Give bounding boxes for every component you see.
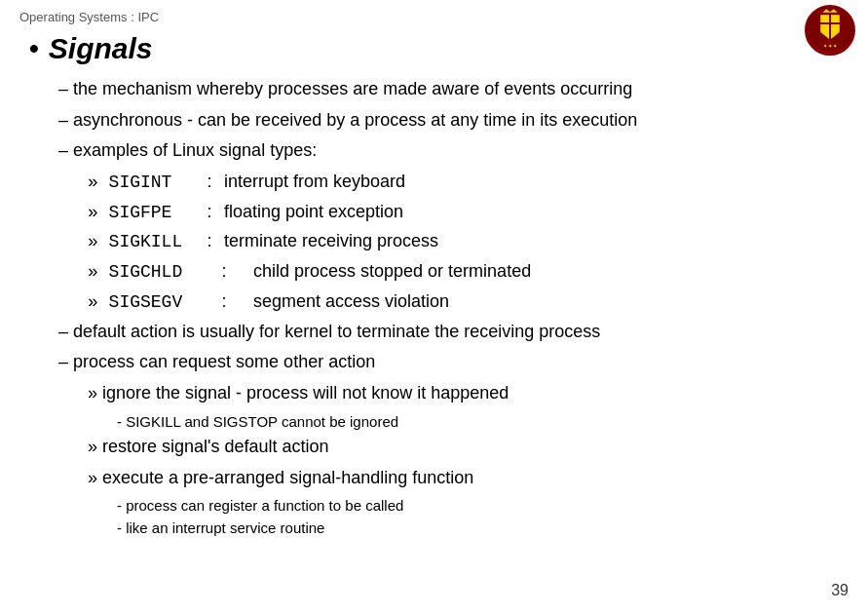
logo-crest: ✦ ✦ ✦ (807, 5, 853, 56)
sig-sigsegv-desc: segment access violation (253, 288, 449, 317)
slide-container: Operating Systems : IPC ✦ ✦ ✦ (0, 0, 868, 614)
line-mechanism: – the mechanism whereby processes are ma… (29, 75, 849, 104)
sig-sigfpe-colon: : (195, 198, 224, 227)
signal-list: » SIGINT : interrupt from keyboard » SIG… (29, 168, 849, 317)
sub-item-register: - process can register a function to be … (29, 494, 849, 517)
page-number: 39 (831, 582, 849, 599)
sub-item-ignore: » ignore the signal - process will not k… (29, 379, 849, 408)
university-logo: ✦ ✦ ✦ (805, 5, 858, 58)
svg-text:✦ ✦ ✦: ✦ ✦ ✦ (823, 44, 839, 49)
sig-sigkill-desc: terminate receiving process (224, 227, 438, 256)
slide-title: • Signals (29, 32, 849, 65)
sig-sigsegv-colon: : (195, 288, 253, 317)
signal-sigfpe: » SIGFPE : floating point exception (88, 198, 849, 228)
signal-sigint: » SIGINT : interrupt from keyboard (88, 168, 849, 198)
sig-sigint-colon: : (195, 168, 224, 197)
line-default-action: – default action is usually for kernel t… (29, 318, 849, 347)
slide-content: • Signals – the mechanism whereby proces… (19, 32, 849, 540)
line-process-request: – process can request some other action (29, 348, 849, 377)
line-async: – asynchronous - can be received by a pr… (29, 106, 849, 135)
header-title: Operating Systems : IPC (19, 10, 159, 24)
sig-sigchld-colon: : (195, 257, 253, 287)
sub-item-execute: » execute a pre-arranged signal-handling… (29, 464, 849, 493)
sig-sigkill-name: » SIGKILL (88, 228, 195, 257)
logo-circle: ✦ ✦ ✦ (805, 5, 855, 56)
sig-sigkill-colon: : (195, 227, 224, 256)
signal-sigsegv: » SIGSEGV : segment access violation (88, 288, 849, 318)
line-examples: – examples of Linux signal types: (29, 136, 849, 166)
sig-sigfpe-desc: floating point exception (224, 198, 403, 227)
bullet-point: • (29, 33, 39, 64)
sig-sigfpe-name: » SIGFPE (88, 199, 195, 228)
sig-sigchld-name: » SIGCHLD (88, 258, 195, 288)
sig-sigint-name: » SIGINT (88, 169, 195, 198)
title-text: Signals (49, 32, 153, 65)
signal-sigchld: » SIGCHLD : child process stopped or ter… (88, 257, 849, 288)
sub-item-sigkill-note: - SIGKILL and SIGSTOP cannot be ignored (29, 410, 849, 433)
sig-sigchld-desc: child process stopped or terminated (253, 257, 531, 287)
sig-sigsegv-name: » SIGSEGV (88, 288, 195, 318)
sub-item-interrupt: - like an interrupt service routine (29, 517, 849, 539)
signal-sigkill: » SIGKILL : terminate receiving process (88, 227, 849, 257)
slide-header: Operating Systems : IPC (19, 10, 849, 24)
sig-sigint-desc: interrupt from keyboard (224, 168, 405, 197)
sub-item-restore: » restore signal's default action (29, 433, 849, 462)
